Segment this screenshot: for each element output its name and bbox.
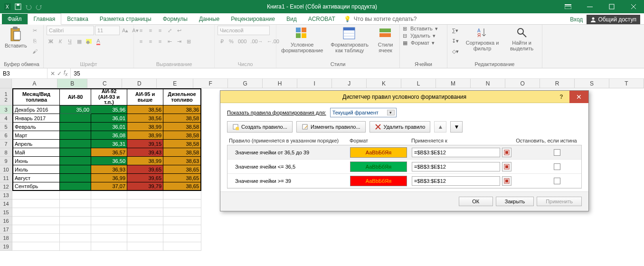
cell-month[interactable]: Март xyxy=(12,131,60,140)
minimize-button[interactable] xyxy=(579,0,600,13)
tab-home[interactable]: Главная xyxy=(28,13,62,25)
align-top-icon[interactable]: ≡ xyxy=(137,26,145,35)
cell-e[interactable]: 38,65 xyxy=(163,182,201,191)
cell-e[interactable]: 38,36 xyxy=(163,105,201,114)
indent-dec-icon[interactable]: ⇤ xyxy=(165,37,174,46)
cell-d[interactable]: 39,15 xyxy=(127,140,163,148)
move-down-button[interactable]: ▼ xyxy=(450,121,463,133)
sort-filter-button[interactable]: АЯ Сортировка и фильтр xyxy=(462,26,502,52)
stop-if-true-checkbox[interactable] xyxy=(554,163,560,170)
row-header[interactable]: 19 xyxy=(0,242,12,251)
cell-d[interactable]: 38,99 xyxy=(127,157,163,165)
cell-c[interactable]: 36,57 xyxy=(91,148,127,157)
row-header[interactable]: 5 xyxy=(0,123,12,131)
cell-month[interactable]: Июнь xyxy=(12,157,60,165)
comma-icon[interactable]: 000 xyxy=(237,37,248,46)
align-middle-icon[interactable]: ≡ xyxy=(146,26,155,35)
inc-decimal-icon[interactable]: .00→ xyxy=(249,37,264,46)
cell-month[interactable]: Декабрь 2016 xyxy=(12,105,60,114)
paste-button[interactable]: Вставить xyxy=(3,26,29,49)
dialog-close-button[interactable]: ✕ xyxy=(569,91,588,103)
delete-cells-button[interactable]: ⊟ Удалить ▾ xyxy=(403,33,436,39)
row-header[interactable]: 12 xyxy=(0,182,12,191)
cell-month[interactable]: Июль xyxy=(12,165,60,174)
percent-icon[interactable]: % xyxy=(227,37,236,46)
col-header[interactable]: B xyxy=(57,79,87,88)
cell-b[interactable] xyxy=(60,131,91,140)
fx-icon[interactable]: fx xyxy=(64,69,67,77)
col-header[interactable]: I xyxy=(297,79,332,88)
cell-e[interactable]: 38,58 xyxy=(163,148,201,157)
cell-d[interactable]: 38,56 xyxy=(127,105,163,114)
qat-undo-icon[interactable] xyxy=(25,3,32,10)
currency-icon[interactable]: ₽ xyxy=(218,37,226,46)
dec-decimal-icon[interactable]: ←.00 xyxy=(265,37,281,46)
cell-c[interactable]: 37,07 xyxy=(91,182,127,191)
ribbon-options-icon[interactable] xyxy=(558,0,578,13)
row-header[interactable]: 3 xyxy=(0,105,12,114)
rule-applies-to-input[interactable]: =$B$3:$E$12 xyxy=(412,162,500,171)
font-name-combo[interactable]: Calibri xyxy=(47,26,94,35)
cut-icon[interactable]: ✂ xyxy=(31,26,39,35)
cell-c[interactable]: 35,96 xyxy=(91,105,127,114)
name-box[interactable]: B3 xyxy=(0,68,47,78)
dialog-apply-button[interactable]: Применить xyxy=(537,197,582,206)
row-header[interactable]: 10 xyxy=(0,165,12,174)
cell-b[interactable] xyxy=(60,123,91,131)
format-cells-button[interactable]: ▦ Формат ▾ xyxy=(403,40,435,46)
tab-insert[interactable]: Вставка xyxy=(61,14,94,24)
align-left-icon[interactable]: ≡ xyxy=(137,37,145,46)
cell-month[interactable]: Январь 2017 xyxy=(12,114,60,123)
dialog-help-button[interactable]: ? xyxy=(554,91,568,103)
col-header[interactable]: S xyxy=(575,79,609,88)
delete-rule-button[interactable]: Удалить правило xyxy=(369,121,431,133)
select-all-corner[interactable] xyxy=(0,79,12,88)
rule-applies-to-input[interactable]: =$B$3:$E$12 xyxy=(412,176,500,186)
col-header[interactable]: H xyxy=(263,79,297,88)
row-header[interactable]: 17 xyxy=(0,225,12,234)
rule-row[interactable]: Значение ячейки от 36,5 до 39АаВbБбЯя=$B… xyxy=(227,145,581,160)
row-header[interactable]: 7 xyxy=(0,140,12,148)
cell-d[interactable]: 39,79 xyxy=(127,182,163,191)
cell-d[interactable]: 38,99 xyxy=(127,123,163,131)
cell-e[interactable]: 38,58 xyxy=(163,123,201,131)
col-header[interactable]: L xyxy=(401,79,436,88)
orientation-icon[interactable]: ⤢ xyxy=(165,26,174,35)
cell-c[interactable]: 36,08 xyxy=(91,131,127,140)
cell-c[interactable]: 36,50 xyxy=(91,157,127,165)
qat-redo-icon[interactable] xyxy=(35,3,43,10)
new-rule-button[interactable]: Создать правило... xyxy=(227,121,293,133)
indent-inc-icon[interactable]: ⇥ xyxy=(175,37,183,46)
row-header[interactable]: 16 xyxy=(0,217,12,225)
col-header[interactable]: R xyxy=(540,79,575,88)
conditional-formatting-button[interactable]: Условное форматирование xyxy=(279,26,325,54)
row-header[interactable]: 11 xyxy=(0,174,12,182)
clear-icon[interactable]: ◇▾ xyxy=(450,47,460,56)
underline-button[interactable]: Ч xyxy=(66,37,74,46)
dialog-title[interactable]: Диспетчер правил условного форматировани… xyxy=(220,91,588,103)
tab-acrobat[interactable]: ACROBAT xyxy=(303,14,341,24)
find-select-button[interactable]: Найти и выделить xyxy=(504,26,539,52)
cell-e[interactable]: 38,65 xyxy=(163,165,201,174)
cell-month[interactable]: Август xyxy=(12,174,60,182)
cell-d[interactable]: 38,56 xyxy=(127,114,163,123)
bold-button[interactable]: Ж xyxy=(47,37,55,46)
tell-me-input[interactable]: Что вы хотите сделать? xyxy=(354,14,417,24)
col-header[interactable]: O xyxy=(505,79,540,88)
col-header[interactable]: A xyxy=(12,79,57,88)
borders-icon[interactable]: ▦ xyxy=(75,37,84,46)
merge-icon[interactable]: ⊞ xyxy=(184,37,193,46)
rule-row[interactable]: Значение ячейки >= 39АаВbБбЯя=$B$3:$E$12 xyxy=(227,174,581,188)
row-header[interactable]: 6 xyxy=(0,131,12,140)
cell-b[interactable] xyxy=(60,165,91,174)
autosum-icon[interactable]: ∑▾ xyxy=(450,26,460,35)
stop-if-true-checkbox[interactable] xyxy=(554,149,560,156)
row-header[interactable]: 8 xyxy=(0,148,12,157)
format-as-table-button[interactable]: Форматировать как таблицу xyxy=(327,26,372,54)
col-header[interactable]: N xyxy=(471,79,505,88)
cell-e[interactable]: 38,58 xyxy=(163,114,201,123)
fill-icon[interactable]: ↧▾ xyxy=(450,36,460,46)
col-header[interactable]: M xyxy=(436,79,471,88)
row-header[interactable]: 9 xyxy=(0,157,12,165)
cell-month[interactable]: Сентябрь xyxy=(12,182,60,191)
